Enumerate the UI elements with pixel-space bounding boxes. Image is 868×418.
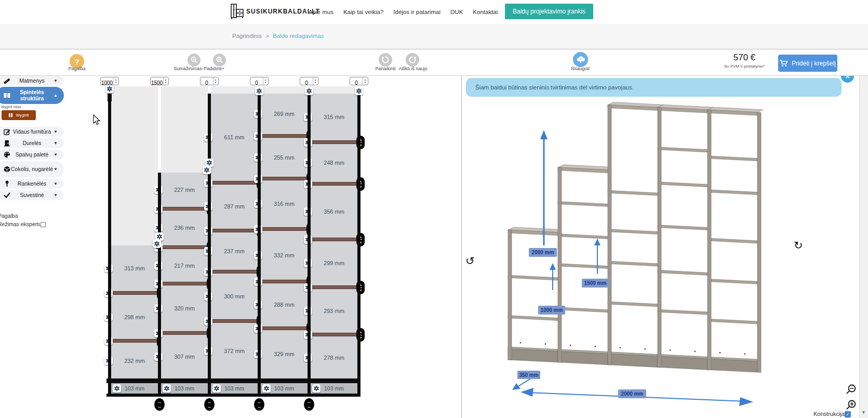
nav-item[interactable]: DUK — [450, 9, 463, 15]
width-input-field[interactable] — [300, 80, 313, 87]
shelf-section[interactable]: 298 mm — [111, 295, 158, 339]
shelf-divider[interactable]: ▲▼ — [161, 207, 208, 211]
gear-icon[interactable] — [163, 384, 171, 393]
move-left-right-icon[interactable]: ↔ — [257, 404, 262, 409]
column-divider[interactable] — [108, 97, 111, 397]
shelf-section[interactable]: 232 mm — [111, 343, 158, 378]
shelf-divider[interactable]: ▲▼ — [311, 140, 357, 144]
width-input-field[interactable] — [250, 80, 263, 87]
shelf-divider[interactable]: ▲▼ — [161, 245, 208, 249]
save-button[interactable] — [573, 52, 588, 67]
furniture-design-tool-button[interactable]: Baldų projektavimo įrankis — [505, 4, 593, 19]
shelf-section[interactable]: 293 mm — [311, 289, 357, 333]
width-input-field[interactable] — [201, 80, 213, 87]
column-divider[interactable] — [357, 94, 360, 397]
shelf-section[interactable]: 611 mm — [211, 94, 258, 181]
align-niches-button[interactable]: Išlyginti — [2, 110, 36, 120]
column-width-input[interactable]: ▲▼ — [350, 77, 368, 85]
gear-icon[interactable] — [262, 384, 271, 393]
shelf-divider[interactable]: ▲▼ — [311, 285, 357, 289]
gear-icon[interactable] — [312, 384, 321, 393]
column-divider[interactable] — [258, 94, 261, 397]
nav-item[interactable]: Kaip tai veikia? — [343, 9, 383, 15]
input-spinner[interactable]: ▲▼ — [163, 77, 168, 85]
shelf-section[interactable]: 307 mm — [161, 335, 208, 378]
magnifier-minus-icon[interactable] — [847, 385, 856, 394]
shelf-section[interactable]: 372 mm — [211, 323, 258, 378]
shelf-divider[interactable]: ▲▼ — [161, 331, 208, 335]
redo-button[interactable] — [406, 53, 419, 67]
shelf-section[interactable]: 255 mm — [261, 138, 308, 177]
input-spinner[interactable]: ▲▼ — [213, 77, 218, 85]
column-width-handle[interactable]: ↔↔ — [254, 398, 264, 411]
shelf-divider[interactable]: ▲▼ — [261, 177, 308, 180]
move-left-right-icon[interactable]: ↔ — [207, 404, 212, 409]
gear-icon[interactable] — [305, 87, 313, 95]
shelf-divider[interactable]: ▲▼ — [111, 339, 158, 343]
column-width-input[interactable]: ▲▼ — [300, 77, 318, 85]
gear-icon[interactable] — [203, 166, 211, 174]
spinner-down-icon[interactable]: ▼ — [314, 81, 316, 84]
input-spinner[interactable]: ▲▼ — [113, 77, 118, 85]
scrollbar-down-arrow[interactable]: ▼ — [861, 410, 866, 415]
width-input-field[interactable] — [101, 80, 113, 87]
gear-icon[interactable] — [212, 384, 221, 393]
input-spinner[interactable]: ▲▼ — [313, 77, 317, 85]
shelf-divider[interactable]: ▲▼ — [211, 229, 258, 232]
expert-mode-checkbox[interactable] — [41, 222, 46, 227]
sidebar-item-spalv-palet-[interactable]: Spalvų paletė▼ — [0, 150, 64, 160]
shelf-divider[interactable]: ▲▼ — [261, 227, 308, 231]
spinner-down-icon[interactable]: ▼ — [115, 81, 117, 84]
nav-item[interactable]: Apie mus — [309, 9, 333, 15]
shelf-divider[interactable]: ▲▼ — [111, 291, 158, 295]
gear-icon[interactable] — [153, 240, 161, 248]
column-width-input[interactable]: ▲▼ — [100, 77, 119, 85]
vertical-scrollbar[interactable] — [859, 76, 868, 418]
shelf-section[interactable]: 320 mm — [161, 285, 208, 331]
column-width-handle[interactable]: ↔↔ — [304, 398, 314, 411]
shelf-section[interactable]: 248 mm — [311, 144, 357, 182]
column-width-input[interactable]: ▲▼ — [250, 77, 269, 85]
shelf-section[interactable]: 329 mm — [261, 330, 308, 378]
column-divider[interactable] — [208, 94, 211, 397]
shelf-divider[interactable]: ▲▼ — [261, 134, 308, 138]
shelf-divider[interactable]: ▲▼ — [311, 238, 357, 241]
spinner-down-icon[interactable]: ▼ — [264, 81, 266, 84]
zoom-out-button[interactable] — [188, 54, 201, 67]
breadcrumb-home[interactable]: Pagrindinis — [232, 33, 262, 39]
width-input-field[interactable] — [151, 80, 163, 87]
nav-item[interactable]: Kontaktai — [473, 9, 498, 15]
column-divider[interactable] — [158, 173, 161, 397]
shelf-section[interactable]: 299 mm — [311, 241, 357, 286]
add-to-cart-button[interactable]: Pridėti į krepšelį — [778, 55, 837, 72]
spinner-down-icon[interactable]: ▼ — [215, 81, 217, 84]
shelf-divider[interactable]: ▲▼ — [311, 333, 357, 336]
gear-icon[interactable] — [355, 87, 363, 95]
shelf-divider[interactable]: ▲▼ — [161, 282, 208, 285]
cabinet-3d-view[interactable] — [461, 76, 868, 418]
undo-button[interactable] — [379, 53, 392, 67]
gear-icon[interactable] — [113, 384, 121, 393]
sidebar-item-spintel-s-strukt-ra[interactable]: Spintelės struktūra▲ — [0, 87, 64, 104]
sidebar-item-vidaus-furnit-ra[interactable]: Vidaus furnitūra▼ — [0, 127, 64, 137]
shelf-section[interactable]: 332 mm — [261, 231, 308, 280]
shelf-section[interactable]: 269 mm — [261, 94, 308, 134]
sidebar-help-link[interactable]: Pagalba — [0, 213, 18, 219]
shelf-divider[interactable]: ▲▼ — [211, 181, 258, 185]
input-spinner[interactable]: ▲▼ — [363, 77, 367, 85]
sidebar-item-cokolis-nugar-l-[interactable]: Cokolis, nugarėlė▼ — [0, 161, 64, 177]
shelf-section[interactable]: 236 mm — [161, 211, 208, 246]
spinner-down-icon[interactable]: ▼ — [165, 81, 167, 84]
spinner-down-icon[interactable]: ▼ — [364, 81, 366, 84]
shelf-divider[interactable]: ▲▼ — [211, 319, 258, 323]
column-width-input[interactable]: ▲▼ — [150, 77, 169, 85]
sidebar-item-ranken-l-s[interactable]: Rankenėlės▼ — [0, 179, 64, 189]
shelf-divider[interactable]: ▲▼ — [311, 182, 357, 186]
gear-icon[interactable] — [255, 87, 263, 95]
move-left-right-icon[interactable]: ↔ — [307, 404, 312, 409]
construction-checkbox[interactable]: ✓ — [845, 411, 851, 417]
shelf-section[interactable]: 288 mm — [261, 283, 308, 326]
nav-item[interactable]: Idėjos ir patarimai — [393, 9, 440, 15]
shelf-section[interactable]: 316 mm — [261, 180, 308, 227]
width-input-field[interactable] — [350, 80, 363, 87]
